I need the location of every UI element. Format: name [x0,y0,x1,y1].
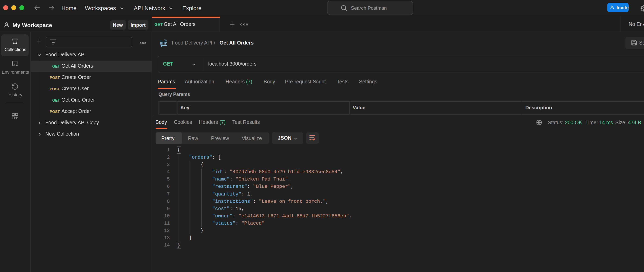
svg-text:HTTP: HTTP [160,41,166,45]
